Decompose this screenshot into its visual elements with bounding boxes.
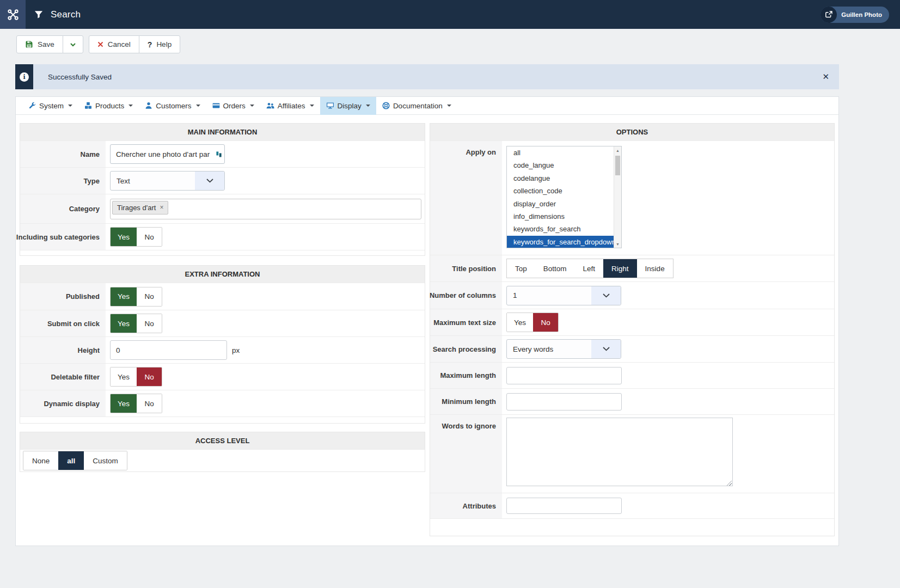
cancel-button[interactable]: Cancel — [89, 35, 139, 53]
deletable-filter-yes[interactable]: Yes — [111, 367, 137, 386]
title-position-label: Title position — [430, 255, 502, 281]
attributes-input[interactable] — [506, 498, 622, 514]
field-row-apply-on: Apply on all code_langue codelangue coll… — [430, 140, 834, 255]
list-option-collection-code[interactable]: collection_code — [507, 185, 614, 197]
apply-on-listbox[interactable]: all code_langue codelangue collection_co… — [506, 146, 622, 248]
menu-item-customers[interactable]: Customers — [139, 97, 206, 115]
search-processing-value: Every words — [507, 345, 591, 353]
listbox-scrollbar[interactable]: ▲ ▼ — [614, 146, 621, 248]
list-option-info-dimensions[interactable]: info_dimensions — [507, 210, 614, 223]
list-option-keywords-for-search-dropdown[interactable]: keywords_for_search_dropdown — [507, 236, 614, 248]
resize-handle-icon[interactable] — [727, 481, 732, 486]
list-option-code-langue[interactable]: code_langue — [507, 159, 614, 171]
dynamic-display-no[interactable]: No — [137, 394, 162, 413]
chevron-down-icon — [195, 171, 224, 190]
submit-on-click-label: Submit on click — [20, 310, 106, 336]
scroll-up-icon[interactable]: ▲ — [614, 146, 621, 154]
category-label: Category — [20, 194, 106, 223]
help-icon: ? — [148, 40, 152, 49]
words-to-ignore-label: Words to ignore — [430, 415, 502, 493]
published-yes[interactable]: Yes — [111, 287, 137, 306]
subcategories-no[interactable]: No — [137, 228, 162, 246]
field-row-maximum-length: Maximum length — [430, 362, 834, 388]
chevron-down-icon — [591, 340, 621, 358]
menu-label-orders: Orders — [223, 102, 246, 110]
access-none[interactable]: None — [23, 451, 58, 470]
menu-item-products[interactable]: Products — [78, 97, 139, 115]
menu-label-display: Display — [338, 102, 362, 110]
list-option-codelangue[interactable]: codelangue — [507, 172, 614, 185]
title-position-top[interactable]: Top — [507, 259, 535, 278]
site-preview-button[interactable]: Guillen Photo — [821, 7, 889, 23]
joomla-logo-icon — [7, 8, 20, 21]
panel-footer — [20, 250, 425, 255]
submit-on-click-yes[interactable]: Yes — [111, 314, 137, 333]
max-text-size-no[interactable]: No — [533, 313, 558, 332]
site-preview-label: Guillen Photo — [841, 11, 882, 18]
translate-flags-icon[interactable] — [216, 150, 222, 160]
access-all[interactable]: all — [58, 451, 84, 470]
list-option-display-order[interactable]: display_order — [507, 198, 614, 210]
search-processing-select[interactable]: Every words — [506, 339, 621, 359]
min-length-input[interactable] — [506, 393, 622, 411]
access-custom[interactable]: Custom — [84, 451, 127, 470]
page-title: Search — [51, 9, 81, 20]
panel-footer — [430, 518, 834, 536]
search-processing-label: Search processing — [430, 336, 502, 362]
type-label: Type — [20, 168, 106, 194]
subcategories-toggle: Yes No — [110, 227, 162, 247]
access-level-row: None all Custom — [20, 449, 425, 471]
title-position-bottom[interactable]: Bottom — [535, 259, 575, 278]
columns-select[interactable]: 1 — [506, 286, 621, 305]
subcategories-yes[interactable]: Yes — [111, 228, 137, 246]
save-dropdown-button[interactable] — [63, 35, 83, 53]
max-text-size-yes[interactable]: Yes — [507, 313, 533, 332]
scrollbar-thumb[interactable] — [615, 156, 620, 175]
alert-close-icon[interactable]: ✕ — [822, 72, 829, 82]
menu-item-display[interactable]: Display — [320, 97, 376, 115]
height-label: Height — [20, 337, 106, 363]
type-select[interactable]: Text — [110, 171, 225, 191]
dynamic-display-yes[interactable]: Yes — [111, 394, 137, 413]
field-row-number-of-columns: Number of columns 1 — [430, 281, 834, 309]
list-option-keywords-for-search[interactable]: keywords_for_search — [507, 223, 614, 235]
height-input[interactable] — [110, 340, 227, 360]
menu-item-affiliates[interactable]: Affiliates — [260, 97, 320, 115]
field-row-title-position: Title position Top Bottom Left Right Ins… — [430, 255, 834, 281]
field-row-type: Type Text — [20, 167, 425, 194]
credit-card-icon — [212, 102, 220, 109]
published-toggle: Yes No — [110, 287, 162, 307]
deletable-filter-label: Deletable filter — [20, 364, 106, 390]
joomla-logo[interactable] — [0, 0, 26, 29]
save-button[interactable]: Save — [16, 35, 63, 53]
min-length-label: Minimum length — [430, 389, 502, 414]
component-menubar: System Products Customers Orders Affilia… — [16, 97, 838, 115]
category-tags-input[interactable]: Tirages d'art × — [110, 199, 421, 219]
field-row-dynamic-display: Dynamic display Yes No — [20, 390, 425, 416]
title-position-right[interactable]: Right — [603, 259, 637, 278]
caret-down-icon — [447, 105, 451, 107]
field-row-words-to-ignore: Words to ignore — [430, 414, 834, 493]
menu-label-products: Products — [95, 102, 124, 110]
save-button-group: Save — [16, 35, 83, 53]
title-position-left[interactable]: Left — [575, 259, 604, 278]
list-option-all[interactable]: all — [507, 146, 614, 159]
chevron-down-icon — [70, 41, 76, 48]
max-length-input[interactable] — [506, 367, 622, 384]
menu-item-documentation[interactable]: Documentation — [376, 97, 457, 115]
scroll-down-icon[interactable]: ▼ — [614, 240, 621, 248]
published-no[interactable]: No — [137, 287, 162, 306]
title-position-inside[interactable]: Inside — [637, 259, 673, 278]
menu-item-system[interactable]: System — [22, 97, 78, 115]
menu-item-orders[interactable]: Orders — [206, 97, 260, 115]
name-input[interactable] — [110, 144, 225, 164]
cubes-icon — [84, 102, 92, 109]
external-link-icon — [821, 7, 837, 23]
deletable-filter-no[interactable]: No — [137, 367, 162, 386]
published-label: Published — [20, 283, 106, 310]
submit-on-click-no[interactable]: No — [137, 314, 162, 333]
help-button[interactable]: ? Help — [139, 35, 180, 53]
tag-remove-icon[interactable]: × — [160, 204, 163, 211]
panel-title: MAIN INFORMATION — [20, 124, 425, 140]
words-to-ignore-textarea[interactable] — [506, 418, 733, 486]
